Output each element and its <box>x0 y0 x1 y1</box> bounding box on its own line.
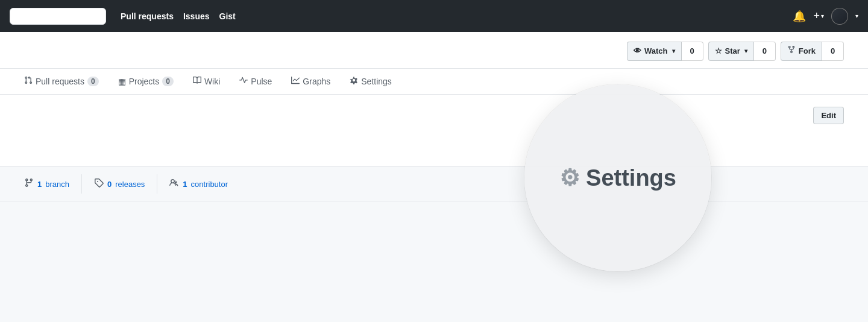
star-button-group: ☆ Star ▾ 0 <box>708 42 776 61</box>
avatar[interactable] <box>831 8 848 25</box>
projects-count: 0 <box>162 77 174 86</box>
contributors-icon <box>169 178 179 190</box>
graphs-icon <box>291 76 300 86</box>
action-buttons-row: 👁 Watch ▾ 0 ☆ Star ▾ 0 Fork 0 <box>0 42 868 68</box>
pulse-tab-label: Pulse <box>251 77 272 86</box>
watch-button[interactable]: 👁 Watch ▾ <box>627 42 682 61</box>
contributors-count: 1 <box>183 180 187 189</box>
watch-caret-icon: ▾ <box>672 45 675 57</box>
wiki-icon <box>193 76 201 86</box>
chevron-down-icon: ▾ <box>821 13 824 19</box>
watch-count[interactable]: 0 <box>682 42 703 61</box>
tab-graphs[interactable]: Graphs <box>281 69 340 94</box>
tab-pulse[interactable]: Pulse <box>230 69 281 94</box>
branches-count: 1 <box>37 180 42 189</box>
plus-icon: + <box>813 10 820 22</box>
fork-count[interactable]: 0 <box>822 42 844 61</box>
bell-icon: 🔔 <box>793 10 806 23</box>
tag-icon <box>94 178 104 190</box>
main-content: Edit <box>0 95 868 167</box>
branches-stat[interactable]: 1 branch <box>24 174 82 194</box>
tabs-row: Pull requests 0 ▦ Projects 0 Wiki Pulse … <box>0 68 868 94</box>
branch-icon <box>24 178 34 190</box>
star-caret-icon: ▾ <box>744 45 747 57</box>
issues-link[interactable]: Issues <box>183 11 210 21</box>
star-icon: ☆ <box>715 45 722 57</box>
contributors-label: contributor <box>191 180 228 189</box>
tab-settings[interactable]: Settings <box>340 69 401 94</box>
eye-icon: 👁 <box>634 45 641 57</box>
nav-links: Pull requests Issues Gist <box>121 11 236 21</box>
tab-pull-requests[interactable]: Pull requests 0 <box>14 69 108 94</box>
star-count[interactable]: 0 <box>754 42 776 61</box>
watch-button-group: 👁 Watch ▾ 0 <box>627 42 703 61</box>
watch-label: Watch <box>644 45 668 57</box>
avatar-chevron-icon[interactable]: ▾ <box>855 13 858 19</box>
top-nav: Pull requests Issues Gist 🔔 + ▾ ▾ <box>0 0 868 32</box>
pull-requests-count: 0 <box>87 77 99 86</box>
new-menu-button[interactable]: + ▾ <box>813 10 824 22</box>
settings-gear-icon <box>350 76 358 86</box>
star-button[interactable]: ☆ Star ▾ <box>708 42 754 61</box>
settings-tab-label: Settings <box>361 77 392 86</box>
projects-icon: ▦ <box>118 77 126 86</box>
releases-count: 0 <box>107 180 112 189</box>
fork-label: Fork <box>799 45 816 57</box>
graphs-tab-label: Graphs <box>303 77 330 86</box>
fork-button[interactable]: Fork <box>781 42 822 61</box>
wiki-tab-label: Wiki <box>204 77 220 86</box>
notifications-button[interactable]: 🔔 <box>793 10 806 23</box>
projects-tab-label: Projects <box>129 77 160 86</box>
nav-right: 🔔 + ▾ ▾ <box>793 8 858 25</box>
repo-header-area: 👁 Watch ▾ 0 ☆ Star ▾ 0 Fork 0 <box>0 32 868 95</box>
pull-requests-icon <box>24 76 33 86</box>
releases-label: releases <box>115 180 145 189</box>
star-label: Star <box>725 45 740 57</box>
tab-projects[interactable]: ▦ Projects 0 <box>108 69 183 95</box>
branches-label: branch <box>45 180 69 189</box>
fork-icon <box>787 45 796 57</box>
edit-button[interactable]: Edit <box>813 107 844 124</box>
avatar-image <box>832 8 848 24</box>
stats-row: 1 branch 0 releases 1 contributor <box>0 167 868 201</box>
search-box[interactable] <box>10 8 106 25</box>
pull-requests-link[interactable]: Pull requests <box>121 11 174 21</box>
contributors-stat[interactable]: 1 contributor <box>157 174 240 194</box>
fork-button-group: Fork 0 <box>781 42 844 61</box>
pulse-icon <box>239 76 248 86</box>
releases-stat[interactable]: 0 releases <box>82 174 157 194</box>
gist-link[interactable]: Gist <box>219 11 236 21</box>
pull-requests-tab-label: Pull requests <box>36 77 84 86</box>
tab-wiki[interactable]: Wiki <box>183 69 230 94</box>
